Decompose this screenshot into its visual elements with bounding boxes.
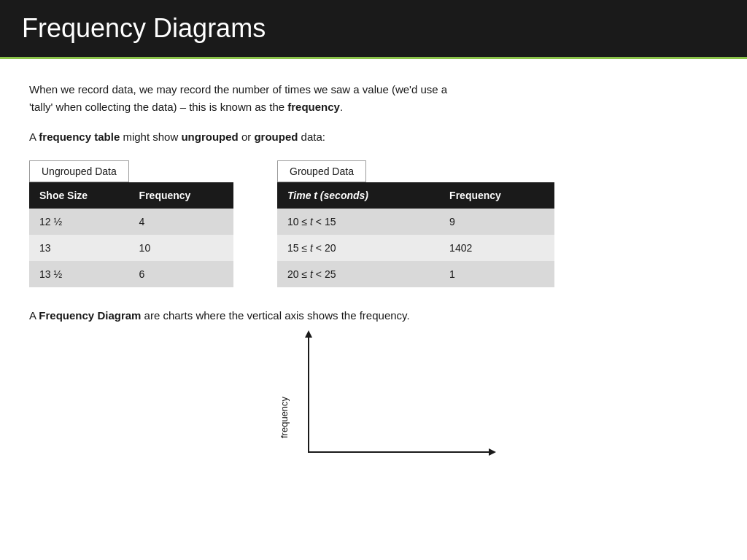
ft-middle: might show [120,131,181,143]
fd-prefix: A [29,309,39,322]
table-row: 20 ≤ t < 25 1 [277,261,554,287]
intro-frequency-bold: frequency [287,101,340,113]
frequency-diagram-section: A Frequency Diagram are charts where the… [29,309,718,453]
table-row: 10 ≤ t < 15 9 [277,209,554,235]
chart-container: frequency [73,336,718,453]
table-row: 13 10 [29,235,233,261]
ungrouped-r1-c1: 12 ½ [29,209,129,235]
chart-axes [308,336,490,453]
grouped-col1-header: Time t (seconds) [277,182,439,209]
ft-prefix: A [29,131,39,143]
ungrouped-header-row: Shoe Size Frequency [29,182,233,209]
page-title: Frequency Diagrams [22,13,725,44]
grouped-r3-c2: 1 [439,261,554,287]
ft-bold2: ungrouped [181,131,238,143]
ungrouped-label: Ungrouped Data [29,160,129,182]
ungrouped-col1-header: Shoe Size [29,182,129,209]
grouped-r1-c1: 10 ≤ t < 15 [277,209,439,235]
chart-wrapper: frequency [301,336,490,453]
intro-line1: When we record data, we may record the n… [29,83,447,96]
table-row: 12 ½ 4 [29,209,233,235]
y-axis-line [308,336,309,453]
grouped-header-row: Time t (seconds) Frequency [277,182,554,209]
intro-line2-end: . [340,101,343,113]
intro-paragraph: When we record data, we may record the n… [29,81,718,116]
grouped-r3-c1: 20 ≤ t < 25 [277,261,439,287]
grouped-table: Time t (seconds) Frequency 10 ≤ t < 15 9… [277,182,554,287]
ungrouped-r2-c2: 10 [129,235,233,261]
ungrouped-r3-c1: 13 ½ [29,261,129,287]
fd-suffix: are charts where the vertical axis shows… [141,309,409,322]
frequency-table-line: A frequency table might show ungrouped o… [29,131,718,143]
y-axis-label: frequency [279,336,290,438]
table-row: 13 ½ 6 [29,261,233,287]
grouped-r2-c2: 1402 [439,235,554,261]
grouped-section: Grouped Data Time t (seconds) Frequency … [277,160,554,287]
ungrouped-table: Shoe Size Frequency 12 ½ 4 13 10 13 ½ [29,182,233,287]
intro-line2-prefix: 'tally' when collecting the data) – this… [29,101,287,113]
ungrouped-section: Ungrouped Data Shoe Size Frequency 12 ½ … [29,160,233,287]
ungrouped-r1-c2: 4 [129,209,233,235]
main-content: When we record data, we may record the n… [0,59,747,475]
ungrouped-col2-header: Frequency [129,182,233,209]
table-row: 15 ≤ t < 20 1402 [277,235,554,261]
y-axis-arrow [305,330,312,338]
tables-container: Ungrouped Data Shoe Size Frequency 12 ½ … [29,160,718,287]
ungrouped-r3-c2: 6 [129,261,233,287]
fd-description: A Frequency Diagram are charts where the… [29,309,718,322]
grouped-label: Grouped Data [277,160,366,182]
grouped-r1-c2: 9 [439,209,554,235]
x-axis-arrow [489,448,496,456]
ft-bold3: grouped [254,131,298,143]
ungrouped-r2-c1: 13 [29,235,129,261]
page-header: Frequency Diagrams [0,0,747,59]
x-axis-line [308,451,490,453]
fd-bold: Frequency Diagram [39,309,141,322]
ft-middle2: or [239,131,255,143]
grouped-col2-header: Frequency [439,182,554,209]
ft-bold1: frequency table [39,131,120,143]
ft-suffix: data: [298,131,325,143]
grouped-r2-c1: 15 ≤ t < 20 [277,235,439,261]
